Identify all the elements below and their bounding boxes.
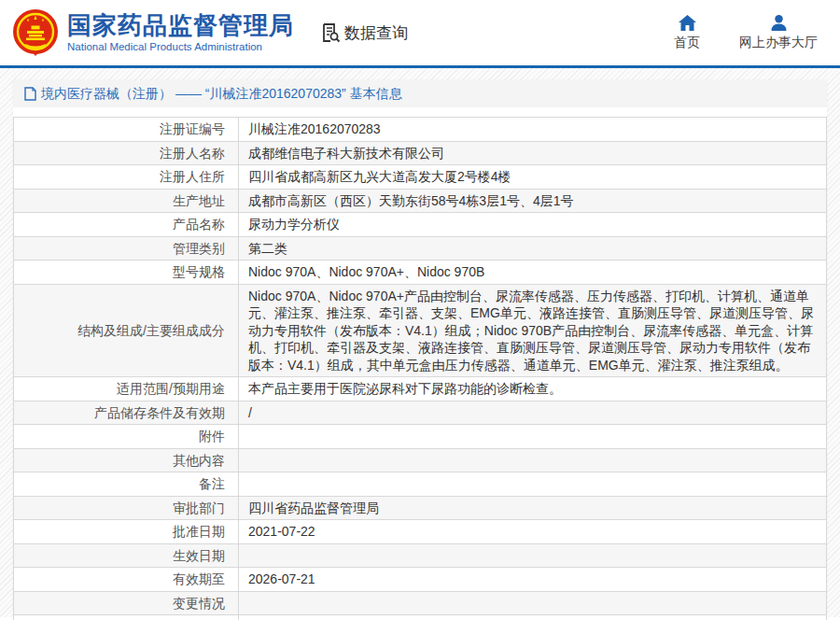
- document-search-icon: [320, 22, 341, 43]
- table-row: 其他内容: [14, 448, 827, 472]
- national-emblem-logo: [11, 8, 60, 57]
- row-value: 本产品主要用于医院泌尿科对下尿路功能的诊断检查。: [239, 377, 827, 402]
- table-row: 产品名称尿动力学分析仪: [14, 213, 827, 237]
- nav-home[interactable]: 首页: [674, 15, 700, 51]
- row-label: 注: [14, 615, 239, 620]
- row-label: 适用范围/预期用途: [14, 377, 239, 402]
- row-value: [239, 543, 827, 568]
- content-panel: 境内医疗器械（注册） —— “川械注准20162070283” 基本信息 注册证…: [13, 80, 827, 620]
- table-row: 适用范围/预期用途本产品主要用于医院泌尿科对下尿路功能的诊断检查。: [14, 377, 827, 402]
- row-value: Nidoc 970A、Nidoc 970A+、Nidoc 970B: [239, 261, 827, 285]
- row-label: 生效日期: [14, 543, 239, 568]
- row-value: [239, 425, 827, 449]
- row-value: 尿动力学分析仪: [239, 213, 827, 237]
- table-row: 生效日期: [14, 543, 827, 568]
- row-label-text: 变更情况: [173, 596, 225, 611]
- nav-data-query[interactable]: 数据查询: [320, 22, 408, 44]
- row-label: 产品名称: [14, 213, 239, 237]
- row-label: 审批部门: [14, 496, 239, 520]
- row-label-text: 批准日期: [173, 524, 225, 539]
- row-value: 详情: [239, 615, 827, 620]
- table-row: 备注: [14, 472, 827, 497]
- table-row: 管理类别第二类: [14, 236, 827, 261]
- table-row: 结构及组成/主要组成成分Nidoc 970A、Nidoc 970A+产品由控制台…: [14, 284, 827, 377]
- row-label-text: 附件: [199, 429, 225, 444]
- nav-service-hall[interactable]: 网上办事大厅: [739, 15, 818, 51]
- row-value: 四川省药品监督管理局: [239, 496, 827, 520]
- row-value: 第二类: [239, 236, 827, 261]
- row-label: 型号规格: [14, 261, 239, 285]
- table-row: 变更情况: [14, 591, 827, 615]
- table-row: 注册证编号川械注准20162070283: [14, 118, 827, 142]
- registration-info-table: 注册证编号川械注准20162070283注册人名称成都维信电子科大新技术有限公司…: [13, 117, 827, 620]
- row-label-text: 注册人名称: [160, 146, 225, 161]
- table-row: 生产地址成都市高新区（西区）天勤东街58号4栋3层1号、4层1号: [14, 189, 827, 213]
- table-row: 产品储存条件及有效期/: [14, 401, 827, 425]
- table-row: 注册人住所四川省成都高新区九兴大道高发大厦2号楼4楼: [14, 165, 827, 190]
- row-value: /: [239, 401, 827, 425]
- row-label: 注册证编号: [14, 118, 239, 142]
- row-value: 川械注准20162070283: [239, 118, 827, 142]
- row-value: [239, 591, 827, 615]
- row-label: 管理类别: [14, 236, 239, 261]
- table-row: 附件: [14, 425, 827, 449]
- row-label: 产品储存条件及有效期: [14, 401, 239, 425]
- row-label-text: 型号规格: [173, 264, 225, 279]
- agency-brand[interactable]: 国家药品监督管理局 National Medical Products Admi…: [11, 8, 294, 57]
- row-value: Nidoc 970A、Nidoc 970A+产品由控制台、尿流率传感器、压力传感…: [239, 284, 827, 377]
- row-label: 其他内容: [14, 448, 239, 472]
- row-label: 生产地址: [14, 189, 239, 213]
- agency-name-en: National Medical Products Administration: [67, 41, 294, 53]
- row-label-text: 注册证编号: [160, 121, 225, 136]
- row-label: 备注: [14, 472, 239, 497]
- row-label-text: 生效日期: [173, 548, 225, 563]
- row-value: 成都市高新区（西区）天勤东街58号4栋3层1号、4层1号: [239, 189, 827, 213]
- table-row: 审批部门四川省药品监督管理局: [14, 496, 827, 520]
- row-label: 批准日期: [14, 520, 239, 544]
- row-label-text: 产品储存条件及有效期: [94, 405, 225, 420]
- row-label: 注册人名称: [14, 141, 239, 165]
- person-icon: [770, 15, 788, 31]
- table-row: 型号规格Nidoc 970A、Nidoc 970A+、Nidoc 970B: [14, 261, 827, 285]
- row-value: 2021-07-22: [239, 520, 827, 544]
- row-value: 2026-07-21: [239, 568, 827, 592]
- info-table-body: 注册证编号川械注准20162070283注册人名称成都维信电子科大新技术有限公司…: [14, 118, 827, 620]
- row-label-text: 其他内容: [173, 453, 225, 468]
- agency-name-zh: 国家药品监督管理局: [67, 12, 294, 39]
- row-value: [239, 448, 827, 472]
- row-label-text: 产品名称: [173, 217, 225, 232]
- nav-data-query-label: 数据查询: [344, 22, 408, 44]
- row-label-text: 注册人住所: [160, 169, 225, 184]
- table-row: 注册人名称成都维信电子科大新技术有限公司: [14, 141, 827, 165]
- table-row: 批准日期2021-07-22: [14, 520, 827, 544]
- row-value: 成都维信电子科大新技术有限公司: [239, 141, 827, 165]
- row-value: 四川省成都高新区九兴大道高发大厦2号楼4楼: [239, 165, 827, 190]
- row-label-text: 审批部门: [173, 500, 225, 515]
- page-background: 境内医疗器械（注册） —— “川械注准20162070283” 基本信息 注册证…: [0, 68, 840, 617]
- breadcrumb: 境内医疗器械（注册） —— “川械注准20162070283” 基本信息: [13, 80, 827, 107]
- table-row: 有效期至2026-07-21: [14, 568, 827, 592]
- row-label: 有效期至: [14, 568, 239, 592]
- row-value: [239, 472, 827, 497]
- row-label-text: 管理类别: [173, 241, 225, 256]
- row-label-text: 结构及组成/主要组成成分: [77, 323, 225, 338]
- row-label-text: 备注: [199, 476, 225, 491]
- nav-service-hall-label: 网上办事大厅: [739, 35, 818, 51]
- row-label-text: 生产地址: [173, 193, 225, 208]
- home-icon: [679, 15, 696, 31]
- site-header: 国家药品监督管理局 National Medical Products Admi…: [0, 0, 840, 68]
- row-label: 附件: [14, 425, 239, 449]
- breadcrumb-text: 境内医疗器械（注册） —— “川械注准20162070283” 基本信息: [41, 86, 402, 103]
- row-label-text: 有效期至: [173, 571, 225, 586]
- row-label: 注册人住所: [14, 165, 239, 190]
- row-label: 变更情况: [14, 591, 239, 615]
- nav-home-label: 首页: [674, 35, 700, 51]
- row-label: 结构及组成/主要组成成分: [14, 284, 239, 377]
- row-label-text: 适用范围/预期用途: [117, 381, 225, 396]
- table-row: 注详情: [14, 615, 827, 620]
- page-icon: [24, 87, 36, 101]
